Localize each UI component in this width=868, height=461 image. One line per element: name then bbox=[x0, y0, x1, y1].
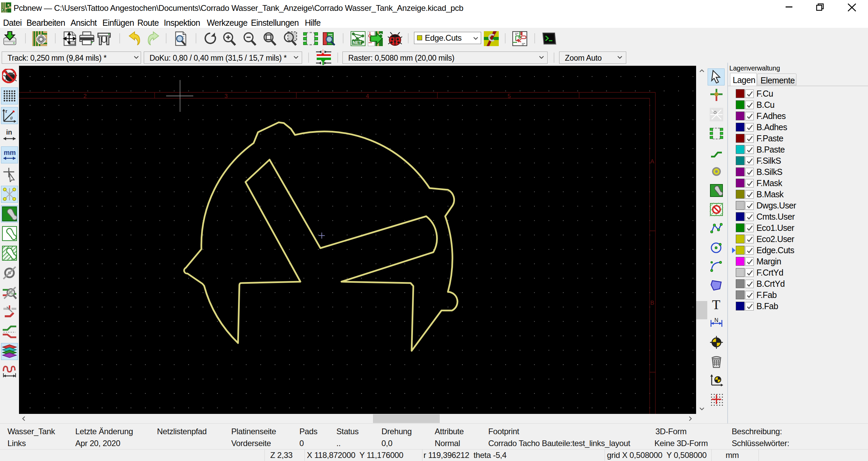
svg-text:NET: NET bbox=[353, 40, 361, 45]
svg-text:5: 5 bbox=[508, 93, 511, 99]
svg-text:4: 4 bbox=[366, 93, 369, 99]
svg-text:3: 3 bbox=[224, 93, 228, 99]
svg-text:r: r bbox=[5, 108, 7, 114]
svg-text:in: in bbox=[6, 128, 12, 136]
svg-text:A: A bbox=[650, 158, 654, 165]
svg-text:N: N bbox=[714, 317, 718, 323]
svg-text:2: 2 bbox=[83, 93, 86, 99]
svg-text:θ: θ bbox=[10, 116, 13, 121]
svg-text:mm: mm bbox=[4, 149, 16, 156]
svg-text:B: B bbox=[650, 300, 654, 306]
svg-text:T: T bbox=[712, 298, 720, 311]
